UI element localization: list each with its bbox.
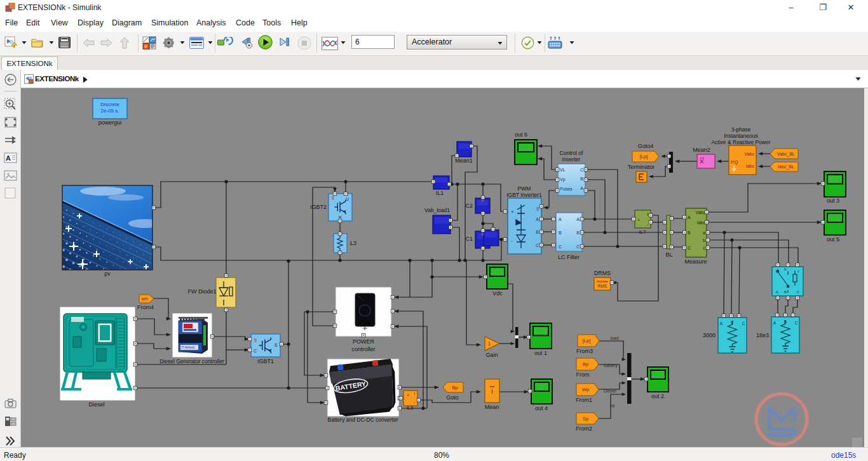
svg-text:C: C (580, 168, 583, 172)
svg-text:IL1: IL1 (436, 190, 444, 196)
svg-text:Mean2: Mean2 (693, 147, 710, 153)
svg-text:-: - (511, 238, 513, 244)
svg-text:Vabc: Vabc (745, 152, 755, 156)
svg-text:i: i (491, 387, 492, 395)
svg-text:IGBT Inverter1: IGBT Inverter1 (506, 192, 542, 198)
svg-text:Iabc: Iabc (697, 220, 706, 225)
svg-text:B: B (731, 320, 733, 324)
svg-text:Iabc_BL: Iabc_BL (778, 164, 794, 170)
svg-text:Vp: Vp (560, 177, 566, 182)
svg-text:C: C (576, 244, 580, 249)
svg-text:IT Athletic: IT Athletic (181, 345, 195, 349)
svg-text:LC Filter: LC Filter (558, 254, 580, 260)
svg-text:B: B (559, 230, 562, 235)
svg-text:Iabc: Iabc (746, 164, 755, 168)
svg-text:out 2: out 2 (651, 393, 664, 399)
svg-text:IGBT1: IGBT1 (257, 358, 274, 364)
svg-text:A: A (576, 217, 580, 222)
svg-text:+: + (407, 393, 409, 398)
svg-text:From1: From1 (576, 397, 592, 403)
svg-text:Discrete: Discrete (100, 102, 119, 107)
svg-text:B: B (580, 177, 583, 181)
svg-text:C: C (254, 349, 257, 353)
svg-text:C: C (797, 290, 800, 294)
svg-text:Bp: Bp (583, 361, 588, 367)
svg-text:3-phase: 3-phase (731, 126, 751, 133)
svg-text:w: w (338, 215, 342, 219)
svg-text:b: b (703, 238, 705, 243)
svg-text:IGBT2: IGBT2 (310, 204, 327, 210)
svg-text:RMS: RMS (598, 284, 607, 288)
svg-text:controller: controller (351, 346, 375, 352)
svg-text:powergui: powergui (98, 119, 122, 126)
svg-text:out 3: out 3 (827, 197, 839, 204)
svg-text:C: C (688, 246, 691, 250)
svg-text:pv: pv (104, 271, 111, 277)
svg-text:From: From (576, 371, 590, 378)
svg-text:From4: From4 (137, 304, 154, 311)
svg-text:wm: wm (140, 297, 147, 301)
svg-text:Active & Reactive Power: Active & Reactive Power (711, 139, 770, 145)
svg-text:A: A (773, 321, 776, 325)
svg-text:Mean: Mean (485, 404, 499, 410)
svg-text:FW Diode1: FW Diode1 (187, 288, 216, 295)
svg-text:C: C (559, 244, 562, 249)
svg-text:out 6: out 6 (515, 131, 527, 138)
svg-text:A: A (559, 217, 562, 222)
svg-text:L3: L3 (350, 240, 356, 246)
svg-text:From2: From2 (576, 425, 592, 432)
svg-text:Sp: Sp (583, 416, 588, 422)
svg-text:out 1: out 1 (534, 350, 547, 356)
svg-text:Measure: Measure (684, 258, 707, 265)
svg-text:BL: BL (665, 251, 672, 258)
svg-text:Battery and DC-DC converter: Battery and DC-DC converter (327, 417, 398, 423)
svg-text:Goto4: Goto4 (638, 143, 654, 149)
svg-text:Wp: Wp (582, 387, 589, 392)
svg-text:c: c (797, 269, 799, 273)
svg-text:A: A (776, 290, 778, 294)
svg-text:Diesel Generator controller: Diesel Generator controller (159, 358, 224, 364)
svg-text:Bp: Bp (452, 385, 458, 391)
svg-text:g: g (536, 206, 539, 211)
svg-text:B: B (784, 319, 787, 324)
svg-text:Pulses: Pulses (560, 187, 573, 191)
svg-text:From3: From3 (576, 348, 593, 354)
svg-text:iscrete: iscrete (597, 279, 608, 283)
svg-text:IL3: IL3 (407, 405, 413, 411)
svg-text:C1: C1 (465, 236, 473, 242)
svg-text:Terminator: Terminator (628, 164, 655, 170)
svg-text:A: A (688, 215, 691, 220)
svg-text:A: A (580, 186, 583, 190)
svg-text:+: + (637, 218, 640, 222)
svg-text:B: B (784, 290, 787, 294)
svg-text:[Lp]: [Lp] (583, 338, 591, 344)
svg-text:C2: C2 (465, 203, 473, 209)
svg-text:out 4: out 4 (535, 405, 548, 411)
svg-text:PQ: PQ (731, 159, 738, 165)
svg-text:1: 1 (488, 341, 491, 347)
svg-text:Vab_load1: Vab_load1 (424, 207, 450, 213)
svg-text:Mean1: Mean1 (455, 157, 473, 164)
svg-text:A: A (720, 321, 723, 326)
svg-text:battery: battery (604, 363, 618, 368)
svg-text:VL: VL (560, 168, 566, 172)
svg-text:out 5: out 5 (827, 236, 839, 243)
svg-text:DRMS: DRMS (594, 270, 611, 276)
svg-text:py: py (610, 403, 615, 408)
svg-text:POWER: POWER (353, 338, 375, 345)
svg-text:C: C (536, 243, 539, 248)
svg-text:iL7: iL7 (639, 229, 646, 235)
svg-text:g: g (332, 195, 334, 200)
svg-text:B: B (688, 230, 691, 235)
svg-text:g: g (254, 337, 257, 342)
svg-text:[Lp]: [Lp] (640, 154, 648, 159)
svg-text:E: E (275, 343, 278, 347)
svg-text:Diesel: Diesel (88, 401, 104, 408)
svg-text:c: c (703, 246, 706, 250)
svg-text:Goto: Goto (446, 394, 459, 401)
svg-text:load: load (610, 336, 618, 340)
svg-text:Instantaneous: Instantaneous (724, 133, 757, 139)
svg-text:C: C (742, 321, 745, 326)
svg-text:Diesel: Diesel (604, 389, 616, 393)
svg-text:Vabc: Vabc (696, 210, 706, 215)
